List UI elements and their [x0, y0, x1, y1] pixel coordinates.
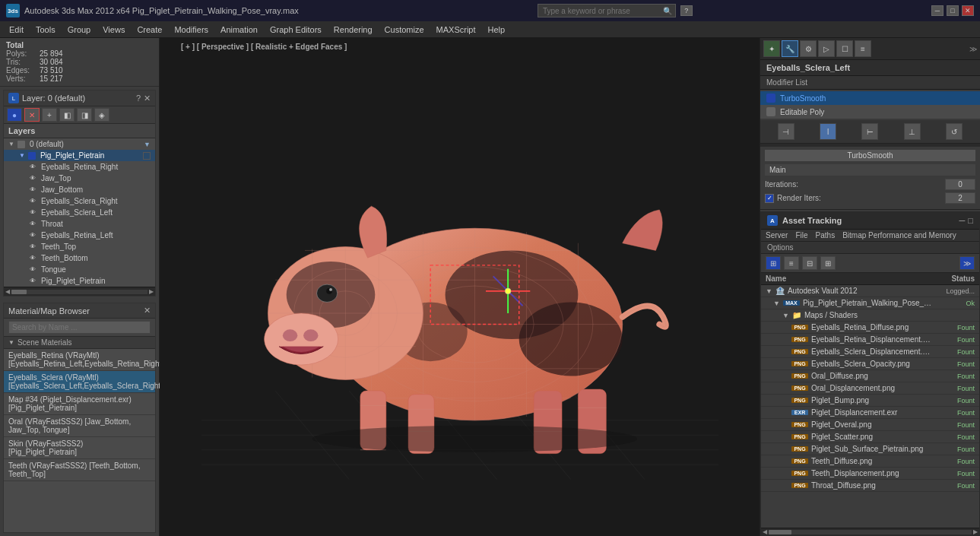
- asset-file-9[interactable]: PNG Piglet_Sub_Surface_Pietrain.png Foun…: [761, 443, 979, 455]
- mat-item-oral[interactable]: Oral (VRayFastSSS2) [Jaw_Bottom, Jaw_Top…: [4, 415, 155, 437]
- mat-item-retina[interactable]: Eyeballs_Retina (VRayMtl) [Eyeballs_Reti…: [4, 349, 155, 371]
- scroll-right-btn[interactable]: ▶: [147, 288, 155, 295]
- layer-item-jaw-bottom[interactable]: 👁 Jaw_Bottom: [4, 184, 155, 195]
- scroll-left-btn[interactable]: ◀: [4, 288, 11, 295]
- asset-scroll-right[interactable]: ▶: [972, 528, 979, 535]
- menu-tools[interactable]: Tools: [30, 24, 62, 36]
- cmd-icon-1[interactable]: ⊣: [778, 123, 794, 140]
- asset-maximize-btn[interactable]: □: [968, 216, 973, 225]
- panel-tab-create[interactable]: ✦: [763, 40, 780, 57]
- layers-list[interactable]: ▼ 0 (default) ▼ ▼ Pig_Piglet_Pietrain 👁 …: [4, 138, 155, 287]
- asset-scrollbar[interactable]: ◀ ▶: [761, 528, 979, 535]
- mod-turbosmooth[interactable]: TurboSmooth: [760, 91, 980, 105]
- layer-item-teeth-bot[interactable]: 👁 Teeth_Bottom: [4, 252, 155, 264]
- layers-close-btn[interactable]: ✕: [144, 94, 151, 103]
- panel-tab-modify[interactable]: 🔧: [782, 40, 798, 57]
- layers-tb-btn2[interactable]: ◨: [77, 108, 92, 122]
- asset-file-10[interactable]: PNG Teeth_Diffuse.png Fount: [761, 455, 979, 468]
- close-button[interactable]: ✕: [962, 5, 974, 16]
- cmd-icon-2[interactable]: I: [820, 123, 836, 140]
- layer-item-retina-r[interactable]: 👁 Eyeballs_Retina_Right: [4, 161, 155, 173]
- mat-item-teeth[interactable]: Teeth (VRayFastSSS2) [Teeth_Bottom, Teet…: [4, 459, 155, 481]
- asset-file-8[interactable]: PNG Piglet_Scatter.png Fount: [761, 431, 979, 443]
- asset-tb-btn1[interactable]: ⊞: [766, 256, 781, 270]
- menu-edit[interactable]: Edit: [3, 24, 30, 36]
- menu-maxscript[interactable]: MAXScript: [430, 24, 482, 36]
- asset-scroll-left[interactable]: ◀: [761, 528, 769, 535]
- layer-item-pig[interactable]: ▼ Pig_Piglet_Pietrain: [4, 150, 155, 161]
- asset-minimize-btn[interactable]: ─: [959, 216, 966, 225]
- asset-menu-paths[interactable]: Paths: [816, 231, 836, 239]
- asset-file-0[interactable]: PNG Eyeballs_Retina_Diffuse.png Fount: [761, 322, 979, 334]
- mat-item-sclera[interactable]: Eyeballs_Sclera (VRayMtl) [Eyeballs_Scle…: [4, 371, 155, 393]
- layer-item-pig2[interactable]: 👁 Pig_Piglet_Pietrain: [4, 275, 155, 287]
- asset-tb-btn2[interactable]: ≡: [784, 256, 799, 270]
- layer-item-throat[interactable]: 👁 Throat: [4, 218, 155, 230]
- mod-editable-poly[interactable]: Editable Poly: [760, 105, 980, 119]
- menu-animation[interactable]: Animation: [214, 24, 264, 36]
- layer-item-sclera-l[interactable]: 👁 Eyeballs_Sclera_Left: [4, 207, 155, 218]
- search-input[interactable]: [538, 7, 660, 15]
- minimize-button[interactable]: ─: [931, 5, 944, 16]
- asset-file-5[interactable]: PNG Oral_Displancement.png Fount: [761, 382, 979, 395]
- layer-item-retina-l[interactable]: 👁 Eyeballs_Retina_Left: [4, 230, 155, 241]
- layer-item-teeth-top[interactable]: 👁 Teeth_Top: [4, 241, 155, 252]
- asset-file-2[interactable]: PNG Eyeballs_Sclera_Displancement.png Fo…: [761, 346, 979, 358]
- menu-help[interactable]: Help: [482, 24, 512, 36]
- render-iters-checkbox[interactable]: ✓: [765, 194, 774, 203]
- menu-customize[interactable]: Customize: [379, 24, 430, 36]
- help-button[interactable]: ?: [680, 5, 693, 16]
- asset-tb-btn4[interactable]: ⊞: [820, 256, 836, 270]
- asset-vault-root[interactable]: ▼ 🏦 Autodesk Vault 2012 Logged...: [761, 285, 979, 297]
- panel-tab-motion[interactable]: ▷: [818, 40, 835, 57]
- layers-tb-btn1[interactable]: ◧: [59, 108, 75, 122]
- asset-menu-bitmap[interactable]: Bitmap Performance and Memory: [842, 231, 956, 239]
- asset-file-7[interactable]: PNG Piglet_Overal.png Fount: [761, 419, 979, 431]
- asset-menu-server[interactable]: Server: [766, 231, 788, 239]
- asset-file-exr[interactable]: EXR Piglet_Displancement.exr Fount: [761, 407, 979, 419]
- asset-file-3[interactable]: PNG Eyeballs_Sclera_Opacity.png Fount: [761, 358, 979, 370]
- viewport[interactable]: [ + ] [ Perspective ] [ Realistic + Edge…: [160, 38, 760, 536]
- mb-close-btn[interactable]: ✕: [144, 306, 151, 316]
- layers-tb-btn3[interactable]: ◈: [94, 108, 109, 122]
- mat-item-map34[interactable]: Map #34 (Piglet_Displancement.exr) [Pig_…: [4, 393, 155, 415]
- panel-tab-hierarchy[interactable]: ⚙: [800, 40, 817, 57]
- iterations-value[interactable]: 0: [945, 179, 975, 190]
- asset-file-12[interactable]: PNG Throat_Diffuse.png Fount: [761, 480, 979, 492]
- layers-tb-select[interactable]: ●: [7, 108, 22, 122]
- menu-create[interactable]: Create: [131, 24, 168, 36]
- search-icon[interactable]: 🔍: [660, 7, 675, 15]
- maximize-button[interactable]: □: [947, 5, 959, 16]
- cmd-icon-5[interactable]: ↺: [946, 123, 963, 140]
- layers-tb-add[interactable]: +: [42, 108, 57, 122]
- layers-scrollbar[interactable]: ◀ ▶: [4, 287, 155, 296]
- layer-item-jaw-top[interactable]: 👁 Jaw_Top: [4, 173, 155, 184]
- material-list[interactable]: Eyeballs_Retina (VRayMtl) [Eyeballs_Reti…: [4, 349, 155, 481]
- asset-file-4[interactable]: PNG Oral_Diffuse.png Fount: [761, 370, 979, 382]
- asset-list[interactable]: ▼ 🏦 Autodesk Vault 2012 Logged... ▼ MAX …: [761, 285, 979, 528]
- asset-max-file[interactable]: ▼ MAX Pig_Piglet_Pietrain_Walking_Pose_v…: [761, 297, 979, 309]
- menu-group[interactable]: Group: [62, 24, 97, 36]
- asset-tb-btn3[interactable]: ⊟: [802, 256, 817, 270]
- cmd-icon-4[interactable]: ⊥: [904, 123, 921, 140]
- asset-file-6[interactable]: PNG Piglet_Bump.png Fount: [761, 395, 979, 407]
- layer-item-tongue[interactable]: 👁 Tongue: [4, 264, 155, 275]
- layers-tb-delete[interactable]: ✕: [24, 108, 40, 122]
- asset-menu-file[interactable]: File: [795, 231, 807, 239]
- asset-file-1[interactable]: PNG Eyeballs_Retina_Displancement.png Fo…: [761, 334, 979, 346]
- mat-item-skin[interactable]: Skin (VRayFastSSS2) [Pig_Piglet_Pietrain…: [4, 437, 155, 459]
- menu-rendering[interactable]: Rendering: [328, 24, 379, 36]
- material-search-input[interactable]: [8, 321, 151, 334]
- menu-modifiers[interactable]: Modifiers: [168, 24, 214, 36]
- render-iters-value[interactable]: 2: [945, 192, 975, 204]
- cmd-icon-3[interactable]: ⊢: [861, 123, 878, 140]
- layer-item-default[interactable]: ▼ 0 (default) ▼: [4, 138, 155, 150]
- layer-item-sclera-r[interactable]: 👁 Eyeballs_Sclera_Right: [4, 195, 155, 207]
- asset-maps-folder[interactable]: ▼ 📁 Maps / Shaders: [761, 309, 979, 322]
- menu-views[interactable]: Views: [97, 24, 131, 36]
- layers-help-btn[interactable]: ?: [136, 94, 141, 103]
- panel-tab-display[interactable]: ☐: [836, 40, 853, 57]
- asset-file-11[interactable]: PNG Teeth_Displancement.png Fount: [761, 468, 979, 480]
- menu-graph-editors[interactable]: Graph Editors: [264, 24, 328, 36]
- panel-tab-utilities[interactable]: ≡: [855, 40, 871, 57]
